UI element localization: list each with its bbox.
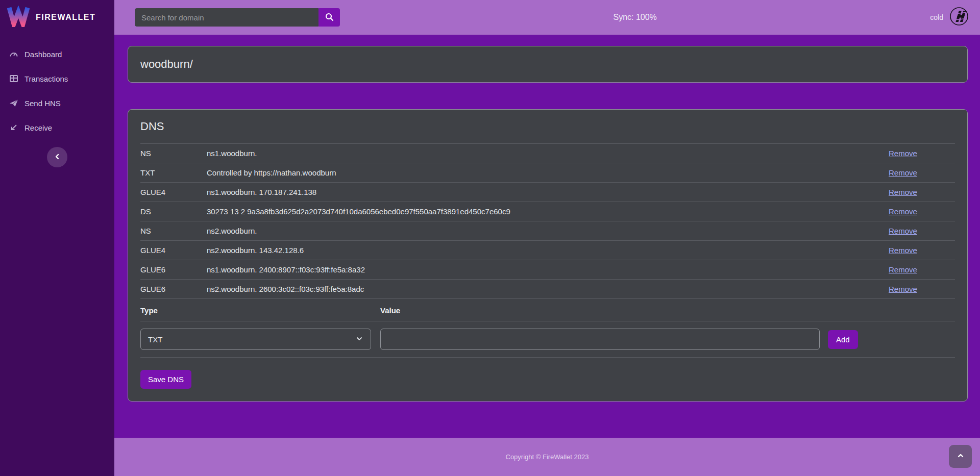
dns-record-row: TXT Controlled by https://nathan.woodbur… — [140, 163, 955, 183]
sidebar-collapse-button[interactable] — [47, 147, 67, 167]
chevron-down-icon — [355, 335, 363, 344]
scroll-to-top-button[interactable] — [949, 445, 972, 468]
sidebar-item-transactions[interactable]: Transactions — [0, 66, 114, 91]
chevron-left-icon — [53, 153, 61, 162]
domain-search-input[interactable] — [135, 8, 318, 27]
dns-record-row: GLUE4 ns2.woodburn. 143.42.128.6 Remove — [140, 241, 955, 260]
remove-record-link[interactable]: Remove — [889, 227, 917, 235]
sidebar-item-label: Transactions — [24, 74, 68, 83]
record-type: GLUE4 — [140, 246, 207, 255]
record-type: GLUE4 — [140, 188, 207, 196]
sidebar-item-label: Dashboard — [24, 50, 62, 59]
value-column-label: Value — [380, 306, 820, 315]
record-type-select[interactable]: TXT — [140, 329, 371, 350]
remove-record-link[interactable]: Remove — [889, 188, 917, 196]
remove-record-link[interactable]: Remove — [889, 149, 917, 158]
remove-record-link[interactable]: Remove — [889, 285, 917, 293]
record-value: ns2.woodburn. — [207, 227, 873, 235]
record-type: TXT — [140, 168, 207, 177]
sidebar-item-send-hns[interactable]: Send HNS — [0, 91, 114, 115]
sidebar-nav: Dashboard Transactions Send HNS Receive — [0, 35, 114, 140]
save-dns-button[interactable]: Save DNS — [140, 370, 191, 389]
dns-record-row: GLUE6 ns2.woodburn. 2600:3c02::f03c:93ff… — [140, 280, 955, 299]
remove-record-link[interactable]: Remove — [889, 265, 917, 274]
record-value: ns2.woodburn. 143.42.128.6 — [207, 246, 873, 255]
record-type: GLUE6 — [140, 285, 207, 293]
dns-record-row: NS ns1.woodburn. Remove — [140, 144, 955, 163]
table-icon — [9, 74, 18, 83]
dns-record-row: GLUE6 ns1.woodburn. 2400:8907::f03c:93ff… — [140, 260, 955, 280]
handshake-logo-icon — [949, 7, 969, 28]
search-button[interactable] — [318, 8, 340, 27]
dns-record-row: GLUE4 ns1.woodburn. 170.187.241.138 Remo… — [140, 183, 955, 202]
brand-name: FIREWALLET — [36, 13, 95, 22]
sync-status: Sync: 100% — [340, 13, 930, 22]
record-value: ns1.woodburn. 170.187.241.138 — [207, 188, 873, 196]
footer: Copyright © FireWallet 2023 — [114, 438, 980, 476]
sidebar-item-label: Send HNS — [24, 99, 61, 108]
domain-search-group — [135, 8, 340, 27]
add-record-form: TXT Add — [140, 321, 955, 358]
firewallet-logo-icon — [7, 6, 30, 29]
record-type-selected: TXT — [148, 335, 162, 344]
record-value: ns2.woodburn. 2600:3c02::f03c:93ff:fe5a:… — [207, 285, 873, 293]
remove-record-link[interactable]: Remove — [889, 246, 917, 255]
copyright-text: Copyright © FireWallet 2023 — [506, 453, 589, 461]
dns-records-table: NS ns1.woodburn. Remove TXT Controlled b… — [140, 143, 955, 299]
topbar: Sync: 100% cold — [114, 0, 980, 35]
domain-title: woodburn/ — [140, 58, 193, 71]
remove-record-link[interactable]: Remove — [889, 168, 917, 177]
record-value: ns1.woodburn. — [207, 149, 873, 158]
record-value: ns1.woodburn. 2400:8907::f03c:93ff:fe5a:… — [207, 265, 873, 274]
record-type: GLUE6 — [140, 265, 207, 274]
record-type: DS — [140, 207, 207, 216]
dns-section-title: DNS — [140, 120, 955, 133]
remove-record-link[interactable]: Remove — [889, 207, 917, 216]
sidebar-item-dashboard[interactable]: Dashboard — [0, 42, 114, 66]
brand[interactable]: FIREWALLET — [0, 0, 114, 35]
record-value: 30273 13 2 9a3a8fb3d625d2a2073d740f10da6… — [207, 207, 873, 216]
sidebar: FIREWALLET Dashboard Transactions Send H… — [0, 0, 114, 476]
add-record-header: Type Value — [140, 299, 955, 321]
dns-card: DNS NS ns1.woodburn. Remove TXT Controll… — [128, 109, 968, 402]
record-value: Controlled by https://nathan.woodburn — [207, 168, 873, 177]
search-icon — [325, 12, 334, 23]
record-value-input[interactable] — [380, 329, 820, 350]
dns-record-row: NS ns2.woodburn. Remove — [140, 221, 955, 241]
sidebar-item-label: Receive — [24, 123, 52, 132]
arrow-down-left-icon — [9, 123, 18, 132]
wallet-name: cold — [930, 13, 943, 21]
gauge-icon — [9, 49, 18, 59]
add-record-button[interactable]: Add — [828, 330, 858, 349]
chevron-up-icon — [957, 452, 965, 461]
record-type: NS — [140, 227, 207, 235]
type-column-label: Type — [140, 306, 380, 315]
content: woodburn/ DNS NS ns1.woodburn. Remove TX… — [114, 35, 980, 438]
main-column: Sync: 100% cold woodburn/ — [114, 0, 980, 476]
record-type: NS — [140, 149, 207, 158]
paper-plane-icon — [9, 98, 18, 108]
domain-title-card: woodburn/ — [128, 46, 968, 83]
sidebar-item-receive[interactable]: Receive — [0, 115, 114, 140]
dns-record-row: DS 30273 13 2 9a3a8fb3d625d2a2073d740f10… — [140, 202, 955, 221]
wallet-group[interactable]: cold — [930, 7, 972, 28]
